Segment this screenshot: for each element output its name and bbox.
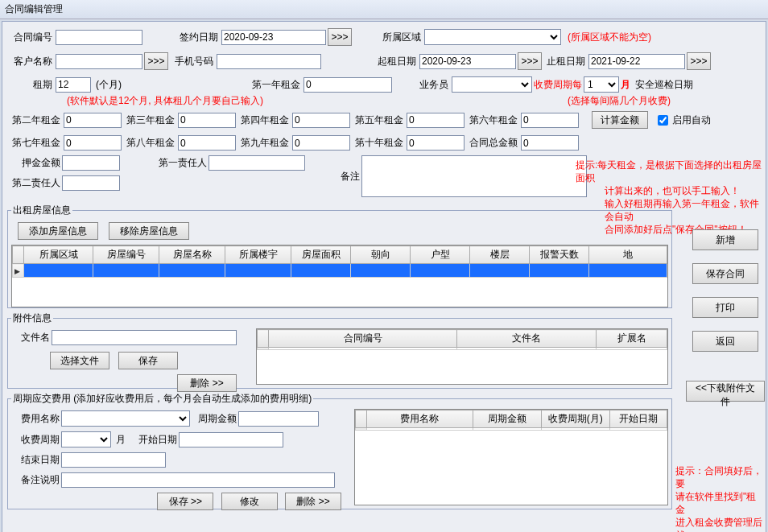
add-house-button[interactable]: 添加房屋信息: [18, 222, 98, 240]
attachment-row[interactable]: [258, 348, 667, 350]
first-person-label: 第一责任人: [152, 156, 209, 170]
start-date-input[interactable]: [419, 54, 516, 69]
y8-rent-label: 第八年租金: [123, 136, 176, 150]
y10-rent-label: 第十年租金: [352, 136, 405, 150]
lease-input[interactable]: [56, 77, 91, 93]
region-hint: (所属区域不能为空): [568, 31, 651, 44]
y7-rent-label: 第七年租金: [9, 136, 62, 150]
sign-date-more-button[interactable]: >>>: [328, 28, 352, 46]
cycle-amount-input[interactable]: [238, 411, 319, 427]
total-amount-input[interactable]: [521, 135, 579, 151]
end-date-input[interactable]: [588, 54, 685, 69]
fee-modify-button[interactable]: 修改: [221, 493, 278, 510]
contract-no-input[interactable]: [56, 30, 142, 45]
attachment-table[interactable]: 合同编号 文件名 扩展名: [257, 329, 667, 350]
y3-rent-label: 第三年租金: [123, 113, 176, 127]
lease-label: 租期: [9, 78, 54, 92]
contract-no-label: 合同编号: [9, 31, 54, 44]
fee-cycle-label: 收费周期: [13, 433, 61, 447]
fee-name-label: 费用名称: [13, 412, 61, 426]
region-label: 所属区域: [378, 31, 423, 44]
fee-save-button[interactable]: 保存 >>: [157, 493, 213, 510]
back-button[interactable]: 返回: [692, 331, 758, 352]
remarks-textarea[interactable]: [361, 155, 587, 197]
enable-auto-label: 启用自动: [672, 113, 711, 127]
delete-file-button[interactable]: 删除 >>: [177, 374, 237, 392]
filename-input[interactable]: [52, 330, 237, 345]
customer-input[interactable]: [56, 54, 142, 69]
y9-rent-label: 第九年租金: [237, 136, 291, 150]
start-date-label: 起租日期: [373, 55, 418, 68]
fee-table-row[interactable]: [356, 428, 667, 431]
y3-rent-input[interactable]: [178, 113, 236, 128]
choose-file-button[interactable]: 选择文件: [50, 352, 109, 369]
sign-date-label: 签约日期: [175, 31, 220, 44]
sign-date-input[interactable]: [221, 30, 326, 45]
charge-cycle-label: 收费周期每: [534, 78, 582, 92]
y7-rent-input[interactable]: [64, 135, 122, 151]
fee-remark-input[interactable]: [61, 472, 335, 488]
tip-after-fill: 提示：合同填好后，要 请在软件里找到"租金 进入租金收费管理后就 金了！: [675, 464, 766, 532]
new-button[interactable]: 新增: [692, 229, 758, 250]
fee-month-label: 月: [116, 433, 126, 447]
lease-hint: (软件默认是12个月, 具体租几个月要自己输入): [67, 94, 263, 108]
end-date-label: 止租日期: [543, 55, 587, 68]
fee-name-select[interactable]: [61, 410, 190, 427]
fee-delete-button[interactable]: 删除 >>: [285, 493, 341, 510]
main-panel: 合同编号 签约日期 >>> 所属区域 (所属区域不能为空) 客户名称 >>> 手…: [2, 21, 766, 532]
month-label: 月: [621, 78, 630, 92]
house-table-row[interactable]: ▶: [13, 264, 667, 278]
save-contract-button[interactable]: 保存合同: [692, 263, 758, 284]
save-file-button[interactable]: 保存: [118, 352, 178, 369]
print-button[interactable]: 打印: [692, 297, 758, 318]
charge-hint: (选择每间隔几个月收费): [568, 94, 671, 108]
y8-rent-input[interactable]: [178, 135, 236, 151]
y4-rent-input[interactable]: [292, 113, 350, 128]
y5-rent-input[interactable]: [407, 113, 465, 128]
mobile-label: 手机号码: [170, 55, 215, 68]
y6-rent-label: 第六年租金: [466, 113, 519, 127]
window-titlebar: 合同编辑管理: [0, 0, 768, 19]
fee-legend: 周期应交费用 (添加好应收费用后，每个月会自动生成添加的费用明细): [11, 392, 313, 406]
fee-fieldset: 周期应交费用 (添加好应收费用后，每个月会自动生成添加的费用明细) 费用名称 周…: [7, 392, 672, 509]
y2-rent-label: 第二年租金: [9, 113, 62, 127]
calc-amount-button[interactable]: 计算金额: [592, 111, 648, 129]
fee-cycle-select[interactable]: [61, 431, 111, 447]
rent-house-fieldset: 出租房屋信息 添加房屋信息 移除房屋信息 所属区域 房屋编号 房屋名称 所属楼宇…: [7, 204, 672, 308]
filename-label: 文件名: [13, 331, 52, 344]
second-person-input[interactable]: [62, 175, 120, 191]
cycle-amount-label: 周期金额: [190, 412, 238, 426]
salesman-select[interactable]: [452, 76, 532, 93]
lease-unit-label: (个月): [96, 78, 122, 92]
charge-cycle-select[interactable]: 1: [584, 76, 619, 93]
y1-rent-input[interactable]: [303, 77, 392, 93]
fee-start-input[interactable]: [179, 432, 283, 447]
y10-rent-input[interactable]: [407, 135, 465, 151]
y2-rent-input[interactable]: [64, 113, 122, 128]
fee-table[interactable]: 费用名称 周期金额 收费周期(月) 开始日期: [355, 410, 667, 431]
safety-date-label: 安全巡检日期: [635, 78, 693, 92]
second-person-label: 第二责任人: [9, 176, 62, 190]
fee-start-label: 开始日期: [130, 433, 179, 447]
fee-end-input[interactable]: [61, 452, 166, 468]
region-select[interactable]: [424, 29, 561, 45]
download-attach-button[interactable]: <<下载附件文件: [686, 381, 765, 402]
y1-rent-label: 第一年租金: [246, 78, 302, 92]
y9-rent-input[interactable]: [292, 135, 350, 151]
y6-rent-input[interactable]: [521, 113, 579, 128]
y4-rent-label: 第四年租金: [237, 113, 291, 127]
start-date-more-button[interactable]: >>>: [518, 52, 542, 70]
house-table[interactable]: 所属区域 房屋编号 房屋名称 所属楼宇 房屋面积 朝向 户型 楼层 报警天数 地…: [12, 245, 667, 278]
remarks-label: 备注: [313, 170, 361, 184]
first-person-input[interactable]: [209, 155, 305, 171]
rent-house-legend: 出租房屋信息: [11, 204, 72, 217]
mobile-input[interactable]: [217, 54, 321, 69]
enable-auto-checkbox[interactable]: 启用自动: [654, 113, 711, 128]
deposit-input[interactable]: [62, 155, 120, 171]
attachment-fieldset: 附件信息 文件名 选择文件 保存 删除 >> 合同编号 文件名 扩展名: [7, 311, 672, 389]
remove-house-button[interactable]: 移除房屋信息: [109, 222, 189, 240]
customer-more-button[interactable]: >>>: [144, 52, 168, 70]
side-button-panel: 新增 保存合同 打印 返回 <<下载附件文件: [685, 229, 766, 402]
fee-end-label: 结束日期: [13, 453, 61, 467]
end-date-more-button[interactable]: >>>: [687, 52, 711, 70]
